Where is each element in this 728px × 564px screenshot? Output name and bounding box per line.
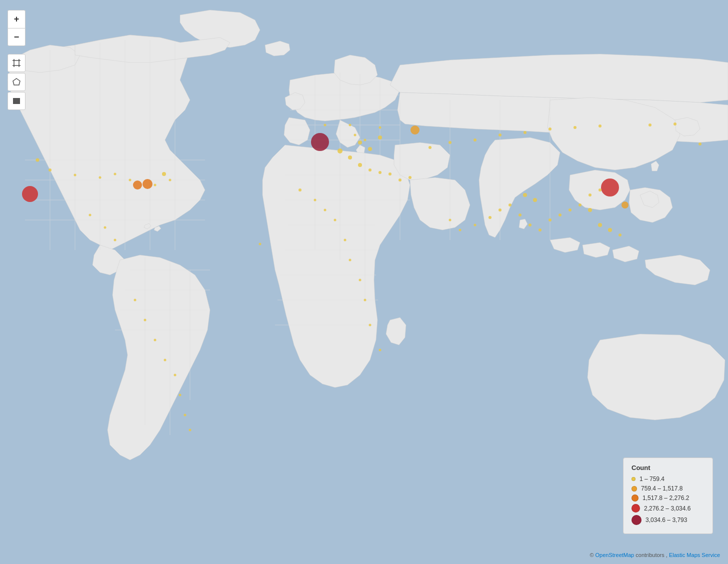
data-point-as-12 <box>568 208 572 212</box>
legend-item-0: 1 – 759.4 <box>632 476 704 482</box>
svg-marker-10 <box>13 78 20 85</box>
data-point-sea-4 <box>618 234 622 236</box>
svg-rect-1 <box>14 60 19 66</box>
legend-label-1: 759.4 – 1,517.8 <box>641 485 682 492</box>
data-point-med-4 <box>378 171 382 174</box>
data-point-india-1 <box>523 193 527 197</box>
data-point-af-horn <box>334 219 336 222</box>
data-point-as-5 <box>498 208 502 212</box>
data-point-sa-4 <box>164 359 166 362</box>
data-point-as-9 <box>538 228 542 232</box>
zoom-in-button[interactable]: + <box>8 10 26 28</box>
data-point-ru-8 <box>574 126 576 129</box>
data-point-as-6 <box>508 204 512 206</box>
map-container: + − <box>0 0 728 564</box>
zoom-controls: + − <box>8 10 26 46</box>
data-point-us-mid2 <box>114 173 116 176</box>
data-point-eu-n2 <box>349 124 352 126</box>
data-point-us-se <box>129 179 132 182</box>
data-point-as-14 <box>588 194 592 196</box>
map-controls: + − <box>8 10 26 110</box>
data-point-india-2 <box>533 198 537 202</box>
data-point-europe-1 <box>338 148 342 154</box>
data-point-sa-6 <box>179 394 182 396</box>
data-point-as-8 <box>528 224 532 226</box>
data-point-eu-c2 <box>364 139 366 142</box>
data-point-eu-n <box>324 124 326 126</box>
data-point-med-3 <box>368 168 372 172</box>
data-point-af-se <box>349 259 352 262</box>
ems-link[interactable]: Elastic Maps Service <box>669 552 720 558</box>
data-point-af-nw <box>298 188 302 192</box>
legend-title: Count <box>632 464 704 472</box>
data-point-as-2 <box>459 229 462 232</box>
data-point-east-asia-large <box>601 178 619 196</box>
data-point-sa-8 <box>189 429 192 432</box>
data-point-af-s <box>359 279 362 282</box>
map-attribution: © OpenStreetMap contributors , Elastic M… <box>590 552 720 558</box>
zoom-out-button[interactable]: − <box>8 28 26 46</box>
data-point-af-e <box>344 239 346 242</box>
osm-link[interactable]: OpenStreetMap <box>596 552 634 558</box>
legend-circle-4 <box>632 515 642 525</box>
legend-item-2: 1,517.8 – 2,276.2 <box>632 494 704 502</box>
data-point-af-za <box>369 324 372 326</box>
legend-items: 1 – 759.4759.4 – 1,517.81,517.8 – 2,276.… <box>632 476 704 525</box>
rectangle-tool-button[interactable] <box>8 92 26 110</box>
attribution-prefix: © <box>590 552 595 558</box>
data-point-us-north <box>162 172 166 176</box>
data-point-us-ne <box>154 184 156 186</box>
data-point-ru-3 <box>448 141 452 144</box>
data-point-ru-11 <box>674 122 676 126</box>
data-point-as-10 <box>548 218 552 222</box>
data-point-sa-1 <box>134 299 136 302</box>
data-point-ru-2 <box>428 146 432 149</box>
data-point-ru-4 <box>474 138 476 142</box>
data-point-ru-7 <box>548 128 552 130</box>
attribution-middle: contributors , <box>634 552 669 558</box>
map-background <box>0 0 728 564</box>
data-point-sea-2 <box>598 223 602 227</box>
legend-item-3: 2,276.2 – 3,034.6 <box>632 504 704 512</box>
data-point-af-ne <box>324 209 326 212</box>
data-point-us-sw2 <box>48 168 52 172</box>
data-point-europe-3 <box>368 147 372 151</box>
data-point-eu-c <box>354 134 356 136</box>
data-point-russia-1 <box>410 126 420 134</box>
data-point-sa-2 <box>144 319 146 322</box>
data-point-sea-3 <box>608 228 612 232</box>
data-point-europe-4 <box>378 136 382 140</box>
data-point-as-11 <box>558 214 562 216</box>
legend-label-0: 1 – 759.4 <box>640 476 664 482</box>
data-point-ru-10 <box>648 124 652 126</box>
data-point-me-2 <box>398 178 402 182</box>
data-point-ru-9 <box>598 124 602 128</box>
data-point-uk-large <box>311 133 329 151</box>
data-point-west-us-large <box>22 186 38 202</box>
data-point-as-7 <box>518 214 522 216</box>
svg-rect-11 <box>13 98 20 104</box>
data-point-sea-1 <box>588 208 592 212</box>
legend-circle-3 <box>632 504 640 512</box>
data-point-us-ne2 <box>169 179 172 182</box>
data-point-car-1 <box>114 239 116 242</box>
data-point-as-3 <box>474 224 476 226</box>
legend-label-2: 1,517.8 – 2,276.2 <box>642 494 689 502</box>
data-point-af-w <box>259 243 262 246</box>
polygon-tool-button[interactable] <box>8 73 26 91</box>
data-point-eu-n3 <box>379 126 382 129</box>
data-point-east-asia-2 <box>622 202 628 208</box>
data-point-af-za2 <box>379 349 382 352</box>
legend-item-1: 759.4 – 1,517.8 <box>632 485 704 492</box>
data-point-us-sw3 <box>74 174 76 176</box>
data-point-us-central-2 <box>142 179 152 189</box>
data-point-med-1 <box>348 156 352 160</box>
legend-label-3: 2,276.2 – 3,034.6 <box>644 505 690 512</box>
data-point-as-4 <box>488 216 492 219</box>
crop-button[interactable] <box>8 54 26 72</box>
data-point-med-2 <box>358 163 362 167</box>
data-point-sa-7 <box>184 414 186 416</box>
legend-circle-1 <box>632 486 637 492</box>
legend-circle-2 <box>632 494 638 502</box>
data-point-us-sw <box>36 158 40 162</box>
